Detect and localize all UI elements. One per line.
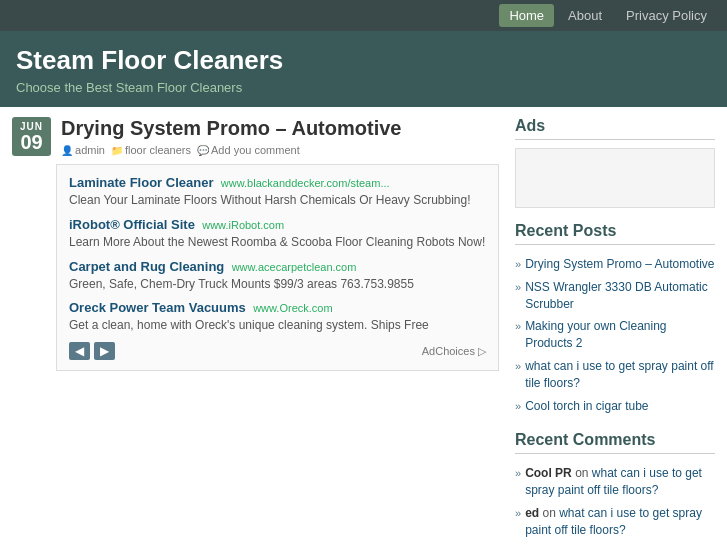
ad-desc-1: Clean Your Laminate Floors Without Harsh…: [69, 192, 486, 209]
list-item: »Making your own Cleaning Products 2: [515, 315, 715, 355]
ad-url-4: www.Oreck.com: [253, 302, 332, 314]
bullet-icon: »: [515, 257, 521, 272]
list-item: »Drying System Promo – Automotive: [515, 253, 715, 276]
list-item: »NSS Wrangler 3330 DB Automatic Scrubber: [515, 276, 715, 316]
post-meta: 👤 admin 📁 floor cleaners 💬 Add you comme…: [61, 144, 401, 156]
meta-author: 👤 admin: [61, 144, 105, 156]
sidebar-recent-comments-section: Recent Comments » Cool PR on what can i …: [515, 431, 715, 545]
post-meta-bar: JUN 09 Drying System Promo – Automotive …: [12, 117, 499, 156]
site-header: Steam Floor Cleaners Choose the Best Ste…: [0, 31, 727, 107]
ad-block: Laminate Floor Cleaner www.blackanddecke…: [56, 164, 499, 371]
ad-link-3[interactable]: Carpet and Rug Cleaning: [69, 259, 224, 274]
sidebar-ads-heading: Ads: [515, 117, 715, 140]
bullet-icon: »: [515, 506, 521, 521]
ad-desc-2: Learn More About the Newest Roomba & Sco…: [69, 234, 486, 251]
ad-next-button[interactable]: ▶: [94, 342, 115, 360]
recent-post-link[interactable]: Cool torch in cigar tube: [525, 398, 648, 415]
sidebar-recent-posts-section: Recent Posts »Drying System Promo – Auto…: [515, 222, 715, 417]
date-box: JUN 09: [12, 117, 51, 156]
nav-privacy[interactable]: Privacy Policy: [616, 4, 717, 27]
list-item: »Cool torch in cigar tube: [515, 395, 715, 418]
post-title: Drying System Promo – Automotive: [61, 117, 401, 140]
ad-link-1[interactable]: Laminate Floor Cleaner: [69, 175, 213, 190]
list-item: » Cool PR on what can i use to get spray…: [515, 462, 715, 502]
comment-author: Cool PR: [525, 466, 572, 480]
ad-url-3: www.acecarpetclean.com: [232, 261, 357, 273]
ad-nav: ◀ ▶: [69, 342, 115, 360]
ad-desc-3: Green, Safe, Chem-Dry Truck Mounts $99/3…: [69, 276, 486, 293]
ad-prev-button[interactable]: ◀: [69, 342, 90, 360]
list-item: » Grunt777 on what can i use to get spra…: [515, 542, 715, 545]
adchoices-label: AdChoices ▷: [422, 345, 486, 358]
bullet-icon: »: [515, 466, 521, 481]
sidebar-recent-posts-heading: Recent Posts: [515, 222, 715, 245]
ad-link-4[interactable]: Oreck Power Team Vacuums: [69, 300, 246, 315]
meta-category: 📁 floor cleaners: [111, 144, 191, 156]
recent-posts-list: »Drying System Promo – Automotive »NSS W…: [515, 253, 715, 417]
bullet-icon: »: [515, 399, 521, 414]
nav-about[interactable]: About: [558, 4, 612, 27]
recent-post-link[interactable]: Making your own Cleaning Products 2: [525, 318, 715, 352]
sidebar-recent-comments-heading: Recent Comments: [515, 431, 715, 454]
bullet-icon: »: [515, 319, 521, 334]
nav-home[interactable]: Home: [499, 4, 554, 27]
ad-item-2: iRobot® Official Site www.iRobot.com Lea…: [69, 217, 486, 251]
sidebar-ads-box: [515, 148, 715, 208]
top-nav: Home About Privacy Policy: [0, 0, 727, 31]
ad-item-3: Carpet and Rug Cleaning www.acecarpetcle…: [69, 259, 486, 293]
recent-comments-list: » Cool PR on what can i use to get spray…: [515, 462, 715, 545]
sidebar-ads-section: Ads: [515, 117, 715, 208]
ad-item-4: Oreck Power Team Vacuums www.Oreck.com G…: [69, 300, 486, 334]
bullet-icon: »: [515, 280, 521, 295]
site-tagline: Choose the Best Steam Floor Cleaners: [16, 80, 711, 95]
recent-post-link[interactable]: Drying System Promo – Automotive: [525, 256, 714, 273]
ad-footer: ◀ ▶ AdChoices ▷: [69, 342, 486, 360]
user-icon: 👤: [61, 145, 73, 156]
sidebar: Ads Recent Posts »Drying System Promo – …: [515, 117, 715, 545]
list-item: » ed on what can i use to get spray pain…: [515, 502, 715, 542]
ad-url-1: www.blackanddecker.com/steam...: [221, 177, 390, 189]
comment-icon: 💬: [197, 145, 209, 156]
post-day: 09: [20, 132, 43, 152]
post-title-area: Drying System Promo – Automotive 👤 admin…: [61, 117, 401, 156]
ad-item-1: Laminate Floor Cleaner www.blackanddecke…: [69, 175, 486, 209]
recent-post-link[interactable]: what can i use to get spray paint off ti…: [525, 358, 715, 392]
recent-post-link[interactable]: NSS Wrangler 3330 DB Automatic Scrubber: [525, 279, 715, 313]
site-title: Steam Floor Cleaners: [16, 45, 711, 76]
bullet-icon: »: [515, 359, 521, 374]
ad-url-2: www.iRobot.com: [202, 219, 284, 231]
folder-icon: 📁: [111, 145, 123, 156]
ad-link-2[interactable]: iRobot® Official Site: [69, 217, 195, 232]
ad-desc-4: Get a clean, home with Oreck's unique cl…: [69, 317, 486, 334]
list-item: »what can i use to get spray paint off t…: [515, 355, 715, 395]
main-content: JUN 09 Drying System Promo – Automotive …: [12, 117, 499, 545]
meta-comment: 💬 Add you comment: [197, 144, 300, 156]
comment-author: ed: [525, 506, 539, 520]
